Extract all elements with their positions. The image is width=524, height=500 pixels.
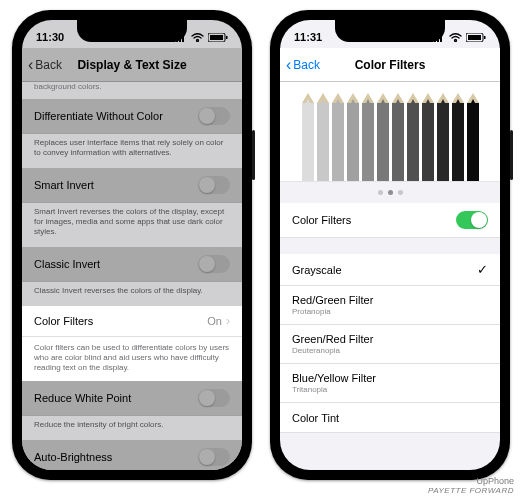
row-title: Differentiate Without Color (34, 110, 163, 122)
svg-rect-5 (210, 35, 223, 40)
row-title: Auto-Brightness (34, 451, 112, 463)
status-time: 11:30 (36, 31, 64, 43)
row-title: Blue/Yellow Filter (292, 372, 376, 384)
setting-row-differentiate: Differentiate Without Color Replaces use… (22, 99, 242, 168)
setting-row-reduce-white-point: Reduce White Point Reduce the intensity … (22, 381, 242, 440)
setting-row-auto-brightness: Auto-Brightness Turning off auto-brightn… (22, 440, 242, 470)
svg-rect-12 (468, 35, 481, 40)
row-title: Red/Green Filter (292, 294, 373, 306)
master-toggle-row[interactable]: Color Filters (280, 203, 500, 238)
phone-color-filters: 11:31 ‹ Back Color Filters (270, 10, 510, 480)
section-footer: background colors. (22, 82, 242, 99)
row-title: Color Filters (292, 214, 351, 226)
watermark: UpPhone PAYETTE FORWARD (428, 477, 514, 496)
toggle-switch[interactable] (198, 107, 230, 125)
row-title: Green/Red Filter (292, 333, 373, 345)
pencil (435, 93, 450, 181)
page-dot[interactable] (398, 190, 403, 195)
section-footer: Color filters can be used to differentia… (22, 337, 242, 381)
pencil (420, 93, 435, 181)
row-title: Color Tint (292, 412, 339, 424)
wifi-icon (449, 33, 462, 42)
pencil (405, 93, 420, 181)
pencil (465, 93, 480, 181)
nav-back-label: Back (35, 58, 62, 72)
toggle-switch[interactable] (198, 389, 230, 407)
status-time: 11:31 (294, 31, 322, 43)
watermark-line2: PAYETTE FORWARD (428, 487, 514, 496)
chevron-right-icon: › (226, 314, 230, 328)
svg-rect-13 (484, 36, 486, 39)
toggle-row[interactable]: Smart Invert (22, 168, 242, 203)
pencil (450, 93, 465, 181)
row-subtitle: Deuteranopia (292, 346, 373, 355)
phone-display-text-size: 11:30 ‹ Back Display & Text Size backgro… (12, 10, 252, 480)
toggle-row[interactable]: Auto-Brightness (22, 440, 242, 470)
setting-row-smart-invert: Smart Invert Smart Invert reverses the c… (22, 168, 242, 247)
filter-option-row[interactable]: Red/Green FilterProtanopia (280, 286, 500, 325)
filter-option-row[interactable]: Grayscale✓ (280, 254, 500, 286)
page-indicator[interactable] (280, 182, 500, 203)
nav-bar: ‹ Back Display & Text Size (22, 48, 242, 82)
pencil (390, 93, 405, 181)
row-title: Reduce White Point (34, 392, 131, 404)
checkmark-icon: ✓ (477, 262, 488, 277)
pencil (375, 93, 390, 181)
link-row[interactable]: Color Filters On › (22, 306, 242, 337)
row-title: Classic Invert (34, 258, 100, 270)
section-footer: Smart Invert reverses the colors of the … (22, 203, 242, 247)
nav-back-label: Back (293, 58, 320, 72)
pencil (315, 93, 330, 181)
row-subtitle: Tritanopia (292, 385, 376, 394)
row-title: Color Filters (34, 315, 93, 327)
filter-option-row[interactable]: Color Tint (280, 403, 500, 433)
toggle-row[interactable]: Reduce White Point (22, 381, 242, 416)
pencil (360, 93, 375, 181)
filter-options-list: Grayscale✓Red/Green FilterProtanopiaGree… (280, 254, 500, 433)
row-title: Smart Invert (34, 179, 94, 191)
toggle-row[interactable]: Differentiate Without Color (22, 99, 242, 134)
page-dot[interactable] (388, 190, 393, 195)
setting-row-color-filters: Color Filters On › Color filters can be … (22, 306, 242, 381)
notch (77, 20, 187, 42)
toggle-switch[interactable] (198, 448, 230, 466)
pencil (330, 93, 345, 181)
nav-back-button[interactable]: ‹ Back (286, 58, 320, 72)
notch (335, 20, 445, 42)
pencil (300, 93, 315, 181)
section-footer: Reduce the intensity of bright colors. (22, 416, 242, 440)
svg-rect-6 (226, 36, 228, 39)
filter-option-row[interactable]: Green/Red FilterDeuteranopia (280, 325, 500, 364)
row-title: Grayscale (292, 264, 342, 276)
row-value: On (207, 315, 222, 327)
wifi-icon (191, 33, 204, 42)
setting-row-classic-invert: Classic Invert Classic Invert reverses t… (22, 247, 242, 306)
pencil (345, 93, 360, 181)
battery-icon (466, 33, 486, 42)
nav-back-button[interactable]: ‹ Back (28, 58, 62, 72)
row-subtitle: Protanopia (292, 307, 373, 316)
toggle-switch[interactable] (198, 255, 230, 273)
section-footer: Replaces user interface items that rely … (22, 134, 242, 168)
filter-option-row[interactable]: Blue/Yellow FilterTritanopia (280, 364, 500, 403)
nav-title: Display & Text Size (77, 58, 186, 72)
color-filters-content[interactable]: Color Filters Grayscale✓Red/Green Filter… (280, 82, 500, 470)
toggle-switch[interactable] (198, 176, 230, 194)
nav-bar: ‹ Back Color Filters (280, 48, 500, 82)
section-footer: Classic Invert reverses the colors of th… (22, 282, 242, 306)
nav-title: Color Filters (355, 58, 426, 72)
page-dot[interactable] (378, 190, 383, 195)
pencil-preview[interactable] (280, 82, 500, 182)
toggle-row[interactable]: Classic Invert (22, 247, 242, 282)
settings-list[interactable]: background colors. Differentiate Without… (22, 82, 242, 470)
toggle-switch[interactable] (456, 211, 488, 229)
battery-icon (208, 33, 228, 42)
